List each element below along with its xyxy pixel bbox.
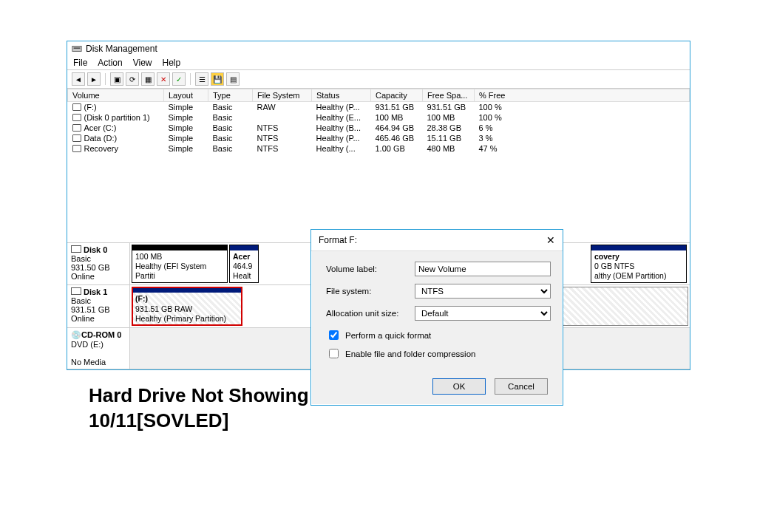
menu-help[interactable]: Help bbox=[163, 58, 181, 68]
menu-file[interactable]: File bbox=[73, 58, 87, 68]
cancel-button[interactable]: Cancel bbox=[495, 378, 548, 395]
toolbar: ◄ ► ▣ ⟳ ▦ ✕ ✓ ☰ 💾 ▤ bbox=[67, 70, 690, 89]
volume-table: Volume Layout Type File System Status Ca… bbox=[67, 89, 690, 154]
volume-label-input[interactable] bbox=[415, 262, 551, 276]
titlebar: Disk Management bbox=[67, 41, 690, 56]
window-title: Disk Management bbox=[86, 44, 157, 54]
table-row[interactable]: RecoverySimpleBasicNTFSHealthy (...1.00 … bbox=[68, 143, 690, 154]
tool-button[interactable]: ▣ bbox=[110, 72, 123, 86]
compression-label: Enable file and folder compression bbox=[345, 349, 475, 358]
filesystem-label: File system: bbox=[326, 287, 415, 296]
tool4-button[interactable]: ▤ bbox=[226, 72, 240, 86]
disk1-label[interactable]: Disk 1 Basic 931.51 GB Online bbox=[67, 285, 130, 327]
menu-view[interactable]: View bbox=[133, 58, 152, 68]
format-dialog: Format F: ✕ Volume label: File system: N… bbox=[310, 229, 563, 406]
table-row[interactable]: Acer (C:)SimpleBasicNTFSHealthy (B...464… bbox=[68, 123, 690, 133]
close-icon[interactable]: ✕ bbox=[546, 234, 555, 246]
partition-recovery[interactable]: covery0 GB NTFSalthy (OEM Partition) bbox=[591, 245, 687, 283]
disk0-label[interactable]: Disk 0 Basic 931.50 GB Online bbox=[67, 243, 130, 284]
disk-icon bbox=[71, 287, 81, 295]
table-header: Volume Layout Type File System Status Ca… bbox=[68, 89, 690, 102]
partition-f-raw[interactable]: (F:)931.51 GB RAWHealthy (Primary Partit… bbox=[132, 287, 242, 325]
refresh-button[interactable]: ⟳ bbox=[126, 72, 139, 86]
partition-efi[interactable]: 100 MBHealthy (EFI System Partiti bbox=[132, 245, 228, 283]
quick-format-label: Perform a quick format bbox=[345, 331, 431, 340]
delete-button[interactable]: ✕ bbox=[157, 72, 170, 86]
tool2-button[interactable]: ▦ bbox=[141, 72, 155, 86]
menubar: File Action View Help bbox=[67, 56, 690, 70]
ok-button[interactable]: OK bbox=[432, 378, 486, 395]
svg-rect-1 bbox=[74, 47, 81, 49]
disk-icon bbox=[71, 245, 81, 253]
check-button[interactable]: ✓ bbox=[172, 72, 186, 86]
tool3-button[interactable]: ☰ bbox=[195, 72, 208, 86]
partition-acer[interactable]: Acer464.9Healt bbox=[229, 245, 259, 283]
menu-action[interactable]: Action bbox=[98, 58, 122, 68]
table-row[interactable]: Data (D:)SimpleBasicNTFSHealthy (P...465… bbox=[68, 133, 690, 143]
save-button[interactable]: 💾 bbox=[211, 72, 224, 86]
alloc-label: Allocation unit size: bbox=[326, 309, 415, 318]
table-row[interactable]: (Disk 0 partition 1)SimpleBasicHealthy (… bbox=[68, 112, 690, 123]
dialog-title: Format F: bbox=[319, 235, 357, 245]
volume-label-label: Volume label: bbox=[326, 265, 415, 273]
back-button[interactable]: ◄ bbox=[72, 72, 85, 86]
quick-format-checkbox[interactable] bbox=[329, 330, 339, 340]
table-row[interactable]: (F:)SimpleBasicRAWHealthy (P...931.51 GB… bbox=[68, 102, 690, 113]
partition-hatch bbox=[555, 287, 688, 325]
compression-checkbox[interactable] bbox=[329, 349, 339, 358]
cdrom-label[interactable]: 💿CD-ROM 0 DVD (E:) No Media bbox=[67, 328, 130, 369]
forward-button[interactable]: ► bbox=[87, 72, 101, 86]
app-icon bbox=[72, 44, 82, 54]
filesystem-select[interactable]: NTFS bbox=[415, 284, 551, 299]
cd-icon: 💿 bbox=[71, 330, 81, 339]
alloc-select[interactable]: Default bbox=[415, 306, 551, 321]
